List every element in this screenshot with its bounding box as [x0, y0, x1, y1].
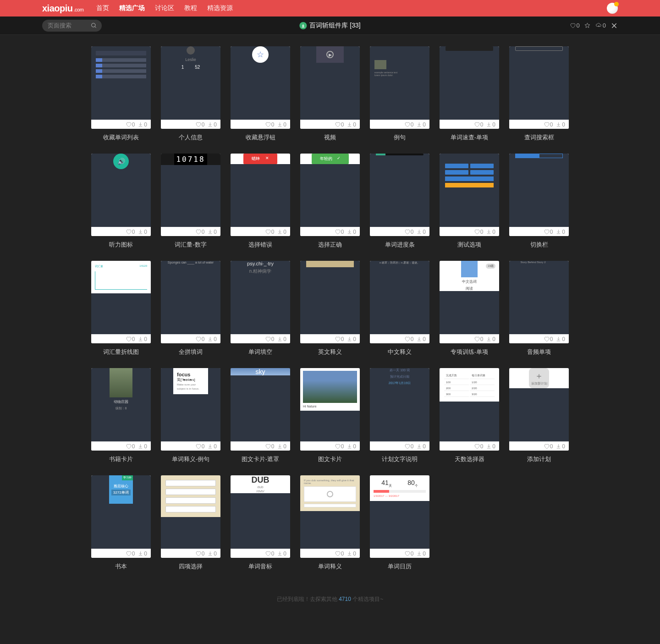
- card-like[interactable]: 0: [126, 121, 135, 128]
- card-download[interactable]: 0: [556, 336, 565, 342]
- nav-link[interactable]: 精选广场: [119, 4, 145, 12]
- card-like[interactable]: 0: [474, 336, 484, 342]
- component-card[interactable]: 词汇量14120 0 0: [91, 261, 151, 343]
- card-download[interactable]: 0: [138, 443, 147, 450]
- logo[interactable]: xiaopiu.com: [42, 3, 83, 14]
- card-like[interactable]: 0: [404, 336, 414, 342]
- card-like[interactable]: 0: [335, 550, 344, 557]
- component-card[interactable]: ▸ 0 0: [300, 46, 360, 129]
- card-download[interactable]: 0: [346, 229, 356, 235]
- component-card[interactable]: If you dub something, they will give it …: [300, 475, 360, 558]
- component-card[interactable]: ☆ 0 0: [231, 46, 290, 129]
- card-like[interactable]: 0: [195, 229, 205, 235]
- card-like[interactable]: 0: [474, 443, 484, 450]
- component-card[interactable]: 41天80个1/3/2017 — 3/2/2017 0 0: [370, 475, 429, 558]
- card-download[interactable]: 0: [486, 443, 495, 450]
- card-download[interactable]: 0: [346, 443, 356, 450]
- card-download[interactable]: 0: [138, 121, 147, 128]
- component-card[interactable]: 动物庄园级别：8 0 0: [91, 368, 151, 451]
- card-download[interactable]: 0: [556, 443, 565, 450]
- like-count[interactable]: 0: [570, 22, 580, 29]
- component-card[interactable]: Leslie152 0 0: [161, 46, 220, 129]
- card-like[interactable]: 0: [335, 336, 344, 342]
- component-card[interactable]: 🔊 0 0: [91, 154, 151, 236]
- avatar[interactable]: [607, 3, 618, 14]
- component-card[interactable]: example sentence textlorem ipsum dolor. …: [370, 46, 429, 129]
- card-download[interactable]: 0: [416, 443, 426, 450]
- card-download[interactable]: 0: [277, 121, 286, 128]
- card-like[interactable]: 0: [126, 229, 135, 235]
- card-like[interactable]: 0: [265, 121, 275, 128]
- card-like[interactable]: 0: [195, 336, 205, 342]
- component-card[interactable]: Hi Nature 0 0: [300, 368, 360, 451]
- card-download[interactable]: 0: [346, 121, 356, 128]
- card-download[interactable]: 0: [138, 550, 147, 557]
- component-card[interactable]: sky 0 0: [231, 368, 290, 451]
- card-download[interactable]: 0: [556, 121, 565, 128]
- star-count[interactable]: [584, 22, 591, 28]
- card-like[interactable]: 0: [335, 121, 344, 128]
- card-like[interactable]: 0: [404, 550, 414, 557]
- card-download[interactable]: 0: [416, 229, 426, 235]
- card-like[interactable]: 0: [474, 121, 484, 128]
- card-download[interactable]: 0: [277, 443, 286, 450]
- component-card[interactable]: Sponges can ____ a lot of water 0 0: [161, 261, 220, 343]
- download-count[interactable]: 0: [596, 22, 606, 29]
- card-download[interactable]: 0: [138, 336, 147, 342]
- card-like[interactable]: 0: [544, 121, 553, 128]
- card-download[interactable]: 0: [277, 336, 286, 342]
- card-like[interactable]: 0: [335, 443, 344, 450]
- component-card[interactable]: 雅思核心3272单词 0 0: [91, 475, 151, 558]
- component-card[interactable]: 10718 0 0: [161, 154, 220, 236]
- card-download[interactable]: 0: [486, 336, 495, 342]
- component-card[interactable]: 0 0: [509, 154, 569, 236]
- component-card[interactable]: 0 0: [300, 261, 360, 343]
- card-like[interactable]: 0: [126, 443, 135, 450]
- card-like[interactable]: 0: [474, 229, 484, 235]
- card-like[interactable]: 0: [195, 443, 205, 450]
- component-card[interactable]: focus英[ˈfəʊkəs]Make sure your subject is…: [161, 368, 220, 451]
- card-download[interactable]: 0: [416, 121, 426, 128]
- card-download[interactable]: 0: [416, 550, 426, 557]
- search-box[interactable]: [42, 20, 102, 32]
- card-download[interactable]: 0: [277, 550, 286, 557]
- nav-link[interactable]: 讨论区: [155, 4, 174, 12]
- component-card[interactable]: ＋添加新计划 0 0: [509, 368, 569, 451]
- nav-link[interactable]: 教程: [184, 4, 197, 12]
- component-card[interactable]: 蟋蟀✕ 0 0: [231, 154, 290, 236]
- card-like[interactable]: 0: [195, 550, 205, 557]
- card-like[interactable]: 0: [335, 229, 344, 235]
- card-like[interactable]: 0: [404, 121, 414, 128]
- card-like[interactable]: 0: [544, 443, 553, 450]
- card-download[interactable]: 0: [416, 336, 426, 342]
- card-like[interactable]: 0: [126, 550, 135, 557]
- card-like[interactable]: 0: [404, 443, 414, 450]
- card-download[interactable]: 0: [138, 229, 147, 235]
- component-card[interactable]: psy.chi·_·tryn.精神病学 0 0: [231, 261, 290, 343]
- component-card[interactable]: 0 0: [509, 46, 569, 129]
- nav-link[interactable]: 首页: [96, 4, 109, 12]
- card-like[interactable]: 0: [265, 336, 275, 342]
- component-card[interactable]: DUBdub/dvb/ 0 0: [231, 475, 290, 558]
- card-download[interactable]: 0: [346, 336, 356, 342]
- card-like[interactable]: 0: [126, 336, 135, 342]
- card-like[interactable]: 0: [265, 550, 275, 557]
- component-card[interactable]: 0 0: [91, 46, 151, 129]
- search-input[interactable]: [47, 22, 88, 29]
- card-download[interactable]: 0: [277, 229, 286, 235]
- card-like[interactable]: 0: [195, 121, 205, 128]
- card-download[interactable]: 0: [486, 121, 495, 128]
- component-card[interactable]: n.破坏；毁坏的；n.废墟；遗迹。 0 0: [370, 261, 429, 343]
- card-download[interactable]: 0: [207, 336, 217, 342]
- component-card[interactable]: Story Behind Story 2 0 0: [509, 261, 569, 343]
- card-download[interactable]: 0: [556, 229, 565, 235]
- card-download[interactable]: 0: [207, 121, 217, 128]
- card-like[interactable]: 0: [544, 229, 553, 235]
- component-card[interactable]: 0 0: [161, 475, 220, 558]
- card-download[interactable]: 0: [207, 229, 217, 235]
- close-icon[interactable]: [610, 22, 618, 29]
- card-download[interactable]: 0: [486, 229, 495, 235]
- card-like[interactable]: 0: [265, 229, 275, 235]
- card-download[interactable]: 0: [346, 550, 356, 557]
- card-download[interactable]: 0: [207, 550, 217, 557]
